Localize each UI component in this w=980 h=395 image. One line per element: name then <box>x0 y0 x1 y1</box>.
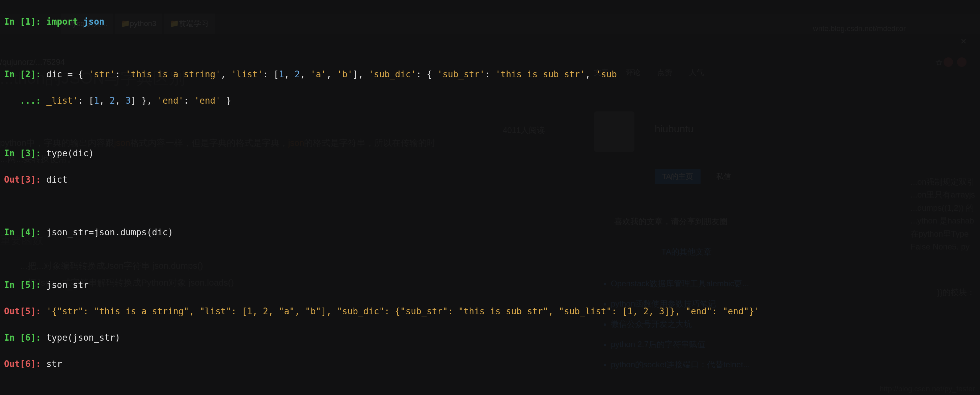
ipython-terminal[interactable]: In [1]: import json In [2]: dic = { 'str… <box>0 0 980 395</box>
in-prompt-line: In [3]: type(dic) <box>4 147 976 160</box>
out-prompt-line: Out[3]: dict <box>4 173 976 186</box>
out-prompt-line: Out[6]: str <box>4 358 976 371</box>
in-prompt-line: In [6]: type(json_str) <box>4 331 976 344</box>
in-prompt-line: In [4]: json_str=json.dumps(dic) <box>4 226 976 239</box>
out-prompt-line: Out[5]: '{"str": "this is a string", "li… <box>4 305 976 318</box>
continuation-line: ...: _list': [1, 2, 3] }, 'end': 'end' } <box>4 94 976 107</box>
in-prompt-line: In [2]: dic = { 'str': 'this is a string… <box>4 68 976 81</box>
in-prompt-line: In [5]: json_str <box>4 279 976 292</box>
in-prompt-line: In [1]: import json <box>4 15 976 29</box>
